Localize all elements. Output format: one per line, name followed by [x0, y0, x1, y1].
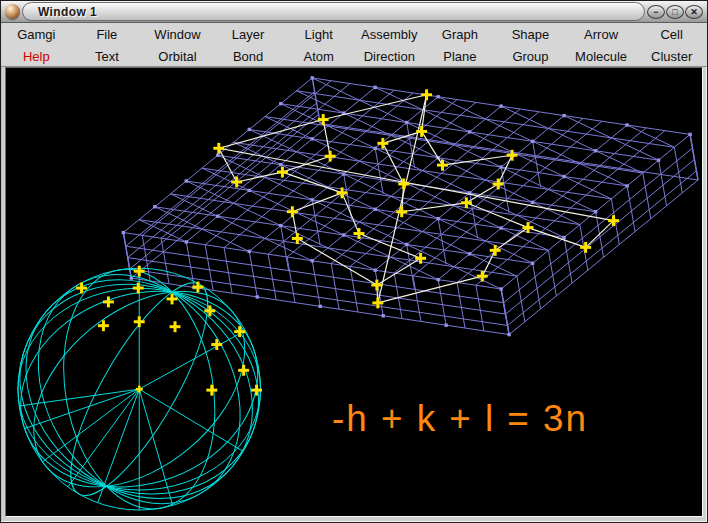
- app-icon: [5, 4, 20, 19]
- menu-item-plane[interactable]: Plane: [425, 45, 496, 67]
- menu-item-graph[interactable]: Graph: [425, 23, 496, 45]
- window-title-tab[interactable]: Window 1: [22, 2, 645, 21]
- menu-item-bond[interactable]: Bond: [213, 45, 284, 67]
- maximize-button[interactable]: □: [666, 5, 684, 19]
- window-title: Window 1: [38, 5, 97, 19]
- equation-text[interactable]: -h + k + l = 3n: [332, 398, 588, 439]
- gamgi-window: Window 1 − □ ✕ GamgiFileWindowLayerLight…: [0, 0, 708, 523]
- atom-crosses[interactable]: [213, 89, 619, 308]
- menu-item-help[interactable]: Help: [1, 45, 72, 67]
- viewport[interactable]: -h + k + l = 3n: [5, 67, 703, 517]
- menu-item-light[interactable]: Light: [283, 23, 354, 45]
- menu-item-atom[interactable]: Atom: [283, 45, 354, 67]
- menu-item-group[interactable]: Group: [495, 45, 566, 67]
- menu-bar: GamgiFileWindowLayerLightAssemblyGraphSh…: [1, 23, 707, 67]
- title-bar[interactable]: Window 1 − □ ✕: [1, 1, 707, 23]
- minimize-button[interactable]: −: [647, 5, 665, 19]
- menu-item-text[interactable]: Text: [72, 45, 143, 67]
- menu-item-molecule[interactable]: Molecule: [566, 45, 637, 67]
- menu-item-cell[interactable]: Cell: [636, 23, 707, 45]
- menu-item-file[interactable]: File: [72, 23, 143, 45]
- menu-item-orbital[interactable]: Orbital: [142, 45, 213, 67]
- gl-canvas[interactable]: -h + k + l = 3n: [6, 68, 702, 516]
- close-button[interactable]: ✕: [685, 5, 703, 19]
- menu-item-gamgi[interactable]: Gamgi: [1, 23, 72, 45]
- menu-item-direction[interactable]: Direction: [354, 45, 425, 67]
- menu-item-shape[interactable]: Shape: [495, 23, 566, 45]
- menu-item-layer[interactable]: Layer: [213, 23, 284, 45]
- menu-item-window[interactable]: Window: [142, 23, 213, 45]
- bond-network[interactable]: [219, 95, 614, 303]
- cell-lattice[interactable]: [6, 68, 702, 516]
- menu-item-cluster[interactable]: Cluster: [636, 45, 707, 67]
- menu-item-arrow[interactable]: Arrow: [566, 23, 637, 45]
- menu-item-assembly[interactable]: Assembly: [354, 23, 425, 45]
